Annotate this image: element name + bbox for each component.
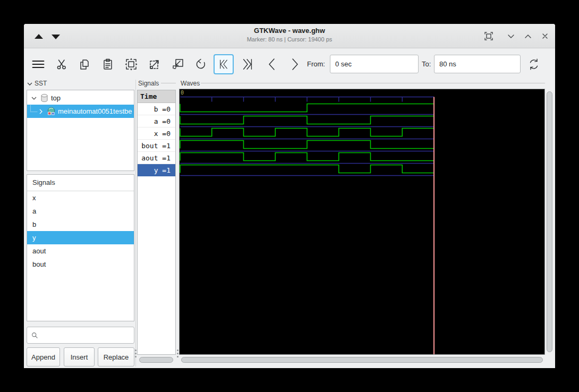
names-hscrollbar[interactable] (139, 357, 173, 363)
reload-icon (527, 57, 541, 72)
zoom-fit-button[interactable] (121, 54, 141, 74)
signal-row-b[interactable]: b =0 (138, 103, 175, 115)
undo-arrow-icon (194, 57, 208, 71)
waveform-plot: 0 (180, 89, 544, 354)
close-icon (540, 31, 550, 41)
cylinder-icon (40, 93, 49, 103)
titlebar: GTKWave - wave.ghw Marker: 80 ns | Curso… (24, 24, 555, 48)
frame-line (201, 83, 545, 83)
toolbar: From: To: (24, 48, 555, 80)
skip-to-start-button[interactable] (214, 54, 234, 74)
zoom-out-button[interactable] (168, 54, 188, 74)
expander-open-icon (31, 96, 37, 101)
signal-row-a[interactable]: a =0 (138, 115, 175, 127)
zoom-out-icon (171, 57, 185, 71)
chevron-left-icon (265, 57, 279, 72)
skip-to-start-icon (218, 57, 229, 72)
wave-trace-y (180, 165, 434, 173)
close-button[interactable] (538, 29, 552, 43)
zoom-in-button[interactable] (144, 54, 165, 74)
facility-item-y[interactable]: y (27, 231, 134, 244)
signal-row-y[interactable]: y =1 (138, 164, 175, 176)
waves-hscrollbar[interactable] (181, 357, 543, 363)
wave-trace-a (180, 116, 434, 124)
paste-button[interactable] (98, 54, 118, 74)
facility-item-a[interactable]: a (27, 204, 134, 218)
search-icon (31, 330, 38, 340)
tree-item-label: meinautomat0051testbe (58, 107, 132, 115)
wave-trace-b (180, 104, 434, 112)
minimize-button[interactable] (504, 29, 518, 43)
wave-canvas[interactable]: 0 (179, 89, 545, 355)
time-header: Time (138, 90, 175, 103)
sst-expander-icon[interactable] (27, 81, 33, 87)
window-subtitle: Marker: 80 ns | Cursor: 19400 ps (130, 36, 449, 42)
tree-guide (30, 105, 37, 112)
tree-item-top[interactable]: top (27, 91, 134, 105)
frame-line (161, 83, 176, 83)
pane-splitter-left[interactable] (135, 80, 136, 367)
clipboard-icon (101, 58, 114, 71)
facility-item-bout[interactable]: bout (27, 258, 134, 271)
copy-button[interactable] (74, 54, 95, 74)
names-frame-label: Signals (138, 80, 159, 87)
wave-trace-x (180, 129, 434, 137)
splitter-handle[interactable] (177, 350, 178, 357)
waves-frame-label: Waves (181, 80, 200, 87)
chevron-down-icon (506, 31, 516, 41)
reload-button[interactable] (524, 54, 544, 74)
zoom-fit-icon (124, 57, 138, 71)
signal-row-x[interactable]: x =0 (138, 127, 175, 140)
undo-button[interactable] (191, 54, 211, 74)
fullscreen-icon (483, 31, 494, 41)
wave-trace-aout (180, 153, 434, 161)
cut-button[interactable] (52, 54, 72, 74)
gtkwave-window: GTKWave - wave.ghw Marker: 80 ns | Curso… (24, 24, 555, 368)
facility-item-x[interactable]: x (27, 191, 134, 204)
search-input[interactable] (38, 328, 134, 343)
wave-names-panel: Time b =0a =0x =0bout =1aout =1y =1 (137, 90, 176, 355)
hamburger-icon (31, 58, 45, 71)
signal-row-aout[interactable]: aout =1 (138, 152, 175, 164)
maximize-button[interactable] (521, 29, 535, 43)
search-box (27, 327, 134, 344)
svg-text:0: 0 (181, 90, 184, 96)
expander-closed-icon (38, 109, 44, 114)
wave-trace-bout (180, 141, 434, 149)
facility-item-aout[interactable]: aout (27, 244, 134, 258)
waves-vscrollbar[interactable] (547, 91, 552, 352)
shade-down-button[interactable] (52, 35, 60, 39)
from-input[interactable] (330, 55, 419, 73)
zoom-in-icon (148, 57, 161, 71)
desktop: GTKWave - wave.ghw Marker: 80 ns | Curso… (0, 0, 579, 392)
sst-label: SST (35, 80, 47, 87)
replace-button[interactable]: Replace (98, 347, 134, 367)
shade-up-button[interactable] (35, 34, 43, 39)
to-label: To: (422, 60, 431, 68)
facility-list-header: Signals (27, 175, 134, 191)
tree-item-module[interactable]: meinautomat0051testbe (27, 105, 134, 118)
copy-icon (78, 58, 91, 71)
from-label: From: (307, 60, 325, 68)
splitter-handle[interactable] (135, 350, 137, 357)
step-right-button[interactable] (285, 54, 305, 74)
facility-item-b[interactable]: b (27, 218, 134, 231)
window-title: GTKWave - wave.ghw (130, 27, 449, 35)
tree-item-label: top (51, 94, 61, 102)
chevron-right-icon (288, 57, 302, 72)
fullscreen-button[interactable] (481, 29, 496, 43)
step-left-button[interactable] (262, 54, 282, 74)
menu-button[interactable] (28, 54, 48, 74)
append-button[interactable]: Append (27, 347, 60, 367)
skip-to-end-button[interactable] (237, 54, 258, 74)
skip-to-end-icon (241, 57, 254, 72)
insert-button[interactable]: Insert (64, 347, 95, 367)
facility-list: Signals xabyaoutbout (27, 174, 134, 321)
sst-tree: top meinautomat0051testbe (27, 90, 134, 171)
signal-row-bout[interactable]: bout =1 (138, 140, 175, 152)
scissors-icon (55, 58, 68, 71)
to-input[interactable] (434, 55, 521, 73)
chevron-up-icon (523, 31, 533, 41)
module-icon (47, 107, 56, 116)
